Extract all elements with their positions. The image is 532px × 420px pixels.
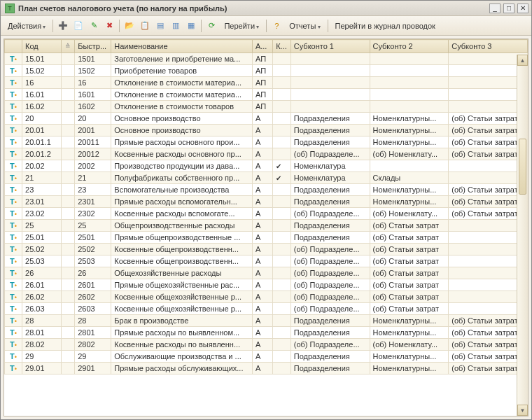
row-type-icon: T•	[5, 136, 22, 148]
table-row[interactable]: T•2929Обслуживающие производства и ...АП…	[5, 351, 528, 363]
cell-code: 23.01	[22, 196, 62, 208]
table-row[interactable]: T•23.012301Прямые расходы вспомогательн.…	[5, 196, 528, 208]
cell-code: 25.01	[22, 232, 62, 244]
table-row[interactable]: T•20.012001Основное производствоАПодразд…	[5, 125, 528, 136]
accounts-table[interactable]: Код ≙ Быстр... Наименование А... К... Су…	[4, 39, 528, 374]
filter2-icon[interactable]: ▥	[169, 19, 183, 33]
col-a[interactable]: А...	[252, 40, 272, 53]
col-icon[interactable]	[5, 40, 22, 53]
table-row[interactable]: T•20.022002Производство продукции из дав…	[5, 160, 528, 172]
cell-code: 20.02	[22, 160, 62, 172]
copy-icon[interactable]: 📋	[138, 19, 152, 33]
cell-a: А	[252, 255, 272, 267]
cell-k	[273, 208, 291, 220]
cell-code: 29.01	[22, 363, 62, 374]
move-icon[interactable]: 📂	[122, 19, 136, 33]
cell-name: Прямые общехозяйственные рас...	[111, 279, 253, 291]
table-row[interactable]: T•2323Вспомогательные производстваАПодра…	[5, 184, 528, 196]
table-row[interactable]: T•1616Отклонение в стоимости материа...А…	[5, 77, 528, 89]
cell-s2: (об) Статьи затрат	[370, 220, 449, 232]
table-row[interactable]: T•25.022502Косвенные общепроизводственн.…	[5, 244, 528, 255]
actions-menu[interactable]: Действия	[4, 20, 50, 31]
col-code[interactable]: Код	[22, 40, 62, 53]
cell-s3	[449, 172, 528, 184]
table-row[interactable]: T•16.011601Отклонение в стоимости матери…	[5, 89, 528, 101]
scroll-thumb[interactable]	[519, 139, 526, 195]
cell-s2: Номенклатурны...	[370, 136, 449, 148]
toolbar-separator	[52, 20, 53, 32]
table-row[interactable]: T•26.012601Прямые общехозяйственные рас.…	[5, 279, 528, 291]
table-row[interactable]: T•15.011501Заготовление и приобретение м…	[5, 53, 528, 65]
goto-menu[interactable]: Перейти	[220, 20, 263, 31]
cell-fast: 2601	[75, 279, 111, 291]
row-type-icon: T•	[5, 184, 22, 196]
cell-code: 25.02	[22, 244, 62, 255]
cell-name: Прямые расходы вспомогательн...	[111, 196, 253, 208]
cell-name: Косвенные общехозяйственные р...	[111, 291, 253, 303]
add-icon[interactable]: ➕	[56, 19, 70, 33]
table-row[interactable]: T•23.022302Косвенные расходы вспомогате.…	[5, 208, 528, 220]
minimize-button[interactable]: _	[489, 4, 500, 13]
table-row[interactable]: T•2121Полуфабрикаты собственного пр...А✔…	[5, 172, 528, 184]
col-fast[interactable]: Быстр...	[75, 40, 111, 53]
delete-icon[interactable]: ✖	[102, 19, 116, 33]
cell-sort	[62, 196, 75, 208]
goto-journal-link[interactable]: Перейти в журнал проводок	[331, 20, 440, 31]
table-row[interactable]: T•26.022602Косвенные общехозяйственные р…	[5, 291, 528, 303]
cell-code: 28.01	[22, 327, 62, 339]
row-type-icon: T•	[5, 160, 22, 172]
toolbar-separator	[328, 20, 328, 32]
cell-s2: Номенклатурны...	[370, 351, 449, 363]
cell-s3	[449, 255, 528, 267]
table-row[interactable]: T•15.021502Приобретение товаровАП	[5, 65, 528, 77]
scroll-up-icon[interactable]: ▲	[517, 55, 528, 66]
row-type-icon: T•	[5, 315, 22, 327]
table-row[interactable]: T•2020Основное производствоАПодразделени…	[5, 113, 528, 125]
table-row[interactable]: T•2525Общепроизводственные расходыАПодра…	[5, 220, 528, 232]
table-row[interactable]: T•28.012801Прямые расходы по выявленном.…	[5, 327, 528, 339]
cell-fast: 2002	[75, 160, 111, 172]
table-row[interactable]: T•20.01.220012Косвенные расходы основног…	[5, 148, 528, 160]
cell-s2	[370, 65, 449, 77]
col-s3[interactable]: Субконто 3	[449, 40, 528, 53]
col-sort[interactable]: ≙	[62, 40, 75, 53]
cell-name: Производство продукции из дава...	[111, 160, 253, 172]
col-s1[interactable]: Субконто 1	[290, 40, 370, 53]
table-row[interactable]: T•2626Общехозяйственные расходыА(об) Под…	[5, 267, 528, 279]
edit-icon[interactable]: ✎	[87, 19, 101, 33]
close-button[interactable]: ✕	[517, 4, 528, 13]
row-type-icon: T•	[5, 244, 22, 255]
table-row[interactable]: T•25.032503Косвенные общепроизводственн.…	[5, 255, 528, 267]
col-s2[interactable]: Субконто 2	[370, 40, 449, 53]
table-row[interactable]: T•16.021602Отклонение в стоимости товаро…	[5, 101, 528, 113]
table-row[interactable]: T•26.032603Косвенные общехозяйственные р…	[5, 303, 528, 315]
table-row[interactable]: T•2828Брак в производствеАПодразделенияН…	[5, 315, 528, 327]
col-k[interactable]: К...	[273, 40, 291, 53]
table-row[interactable]: T•20.01.120011Прямые расходы основного п…	[5, 136, 528, 148]
col-name[interactable]: Наименование	[111, 40, 253, 53]
refresh-icon[interactable]: ⟳	[204, 19, 218, 33]
cell-k	[273, 327, 291, 339]
reports-menu[interactable]: Отчеты	[285, 20, 324, 31]
cell-sort	[62, 113, 75, 125]
cell-sort	[62, 220, 75, 232]
cell-sort	[62, 291, 75, 303]
table-row[interactable]: T•28.022802Косвенные расходы по выявленн…	[5, 339, 528, 351]
cell-s3	[449, 220, 528, 232]
cell-name: Косвенные общехозяйственные р...	[111, 303, 253, 315]
add-folder-icon[interactable]: 📄	[71, 19, 85, 33]
filter1-icon[interactable]: ▤	[153, 19, 167, 33]
maximize-button[interactable]: □	[503, 4, 514, 13]
row-type-icon: T•	[5, 77, 22, 89]
cell-s3	[449, 267, 528, 279]
scroll-down-icon[interactable]: ▼	[517, 405, 528, 416]
cell-name: Основное производство	[111, 113, 253, 125]
help-icon[interactable]: ?	[270, 19, 284, 33]
table-row[interactable]: T•25.012501Прямые общепроизводственные .…	[5, 232, 528, 244]
filter3-icon[interactable]: ▦	[184, 19, 198, 33]
table-row[interactable]: T•29.012901Прямые расходы обслуживающих.…	[5, 363, 528, 374]
vertical-scrollbar[interactable]: ▲ ▼	[517, 55, 528, 416]
cell-name: Общепроизводственные расходы	[111, 220, 253, 232]
cell-code: 20.01.2	[22, 148, 62, 160]
cell-a: А	[252, 196, 272, 208]
